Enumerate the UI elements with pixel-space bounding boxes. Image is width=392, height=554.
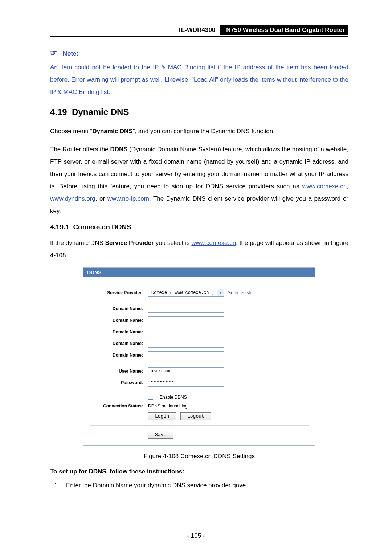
- note-hand-icon: ☞: [50, 48, 57, 57]
- connection-status-text: DDNS not launching!: [148, 403, 189, 409]
- service-provider-value: Comexe ( www.comexe.cn ): [148, 290, 217, 295]
- intro-paragraph-2: The Router offers the DDNS (Dynamic Doma…: [50, 143, 348, 217]
- label-domain-2: Domain Name:: [90, 318, 148, 323]
- domain-input-4[interactable]: [148, 340, 224, 348]
- product-label: N750 Wireless Dual Band Gigabit Router: [220, 25, 348, 35]
- enable-ddns-checkbox[interactable]: [148, 395, 153, 400]
- header-rule: [50, 36, 348, 37]
- page-number: - 105 -: [0, 532, 392, 539]
- domain-input-1[interactable]: [148, 305, 224, 313]
- password-input[interactable]: ••••••••: [148, 379, 224, 387]
- intro-paragraph-1: Choose menu “Dynamic DNS”, and you can c…: [50, 125, 348, 138]
- link-noip[interactable]: www.no-ip.com: [107, 195, 149, 202]
- note-heading: ☞ Note:: [50, 48, 348, 58]
- model-label: TL-WDR4300: [173, 25, 220, 35]
- section-number: 4.19: [50, 107, 67, 117]
- doc-header: TL-WDR4300 N750 Wireless Dual Band Gigab…: [50, 25, 348, 35]
- label-password: Password:: [90, 380, 148, 385]
- ddns-panel: DDNS Service Provider: Comexe ( www.come…: [83, 267, 315, 446]
- setup-heading: To set up for DDNS, follow these instruc…: [50, 468, 348, 475]
- link-dyndns[interactable]: www.dyndns.org: [50, 195, 95, 202]
- label-username: User Name:: [90, 369, 148, 374]
- steps-list: Enter the Domain Name your dynamic DNS s…: [61, 482, 348, 489]
- note-body: An item could not be loaded to the IP & …: [50, 61, 348, 98]
- domain-input-3[interactable]: [148, 328, 224, 336]
- enable-ddns-label: Enable DDNS: [160, 395, 187, 400]
- chevron-down-icon[interactable]: ▾: [217, 289, 224, 296]
- service-provider-select[interactable]: Comexe ( www.comexe.cn ) ▾: [148, 289, 224, 297]
- label-domain-3: Domain Name:: [90, 329, 148, 335]
- ddns-panel-title: DDNS: [83, 268, 315, 277]
- subsection-heading: 4.19.1 Comexe.cn DDNS: [50, 223, 348, 231]
- label-domain-5: Domain Name:: [90, 353, 148, 358]
- domain-input-5[interactable]: [148, 351, 224, 359]
- section-heading: 4.19 Dynamic DNS: [50, 107, 348, 117]
- subsection-intro: If the dynamic DNS Service Provider you …: [50, 237, 348, 262]
- section-title: Dynamic DNS: [72, 107, 129, 117]
- subsection-title: Comexe.cn DDNS: [73, 223, 131, 231]
- link-comexe-2[interactable]: www.comexe.cn: [191, 239, 236, 246]
- step-1: Enter the Domain Name your dynamic DNS s…: [61, 482, 348, 489]
- label-connection-status: Connection Status:: [90, 403, 148, 409]
- ddns-blank-row: [83, 277, 315, 283]
- logout-button[interactable]: Logout: [180, 412, 211, 420]
- figure-caption: Figure 4-108 Comexe.cn DDNS Settings: [50, 453, 348, 460]
- label-domain-4: Domain Name:: [90, 341, 148, 346]
- save-button[interactable]: Save: [148, 431, 173, 439]
- note-label: Note:: [63, 50, 78, 57]
- domain-input-2[interactable]: [148, 316, 224, 324]
- register-link[interactable]: Go to register...: [228, 290, 257, 295]
- link-comexe[interactable]: www.comexe.cn: [302, 183, 347, 190]
- login-button[interactable]: Login: [148, 412, 176, 420]
- username-input[interactable]: [148, 367, 224, 375]
- subsection-number: 4.19.1: [50, 223, 69, 231]
- ddns-divider: [90, 425, 309, 426]
- label-domain-1: Domain Name:: [90, 306, 148, 311]
- label-service-provider: Service Provider:: [90, 290, 148, 295]
